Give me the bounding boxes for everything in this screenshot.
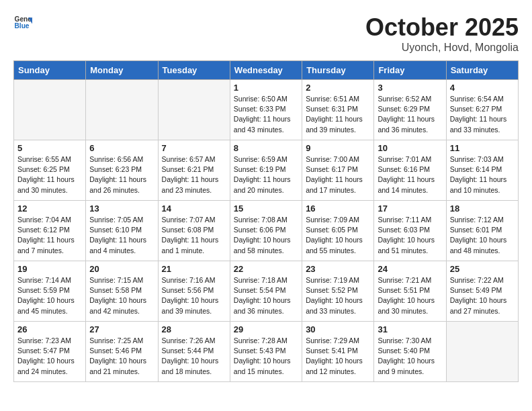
day-number: 5 [17,143,82,153]
calendar-cell: 23Sunrise: 7:19 AM Sunset: 5:52 PM Dayli… [302,261,374,322]
day-info: Sunrise: 7:26 AM Sunset: 5:44 PM Dayligh… [162,336,226,377]
weekday-header: Saturday [446,61,518,80]
calendar-cell: 4Sunrise: 6:54 AM Sunset: 6:27 PM Daylig… [446,80,518,140]
calendar-cell: 1Sunrise: 6:50 AM Sunset: 6:33 PM Daylig… [230,80,302,140]
day-number: 2 [306,83,370,93]
day-number: 29 [234,324,298,334]
day-info: Sunrise: 6:51 AM Sunset: 6:31 PM Dayligh… [306,94,370,135]
calendar-cell [86,80,158,140]
day-info: Sunrise: 7:11 AM Sunset: 6:03 PM Dayligh… [378,215,442,256]
weekday-header: Wednesday [230,61,302,80]
page-header: General Blue October 2025 Uyonch, Hovd, … [13,13,519,54]
day-number: 20 [89,264,154,274]
day-number: 16 [306,203,370,214]
calendar-cell: 10Sunrise: 7:01 AM Sunset: 6:16 PM Dayli… [374,140,446,201]
calendar-cell: 31Sunrise: 7:30 AM Sunset: 5:40 PM Dayli… [374,322,446,382]
calendar-cell: 29Sunrise: 7:28 AM Sunset: 5:43 PM Dayli… [230,322,302,382]
title-block: October 2025 Uyonch, Hovd, Mongolia [365,13,519,54]
day-info: Sunrise: 7:08 AM Sunset: 6:06 PM Dayligh… [234,215,298,256]
calendar-cell: 19Sunrise: 7:14 AM Sunset: 5:59 PM Dayli… [14,261,86,322]
calendar-cell: 2Sunrise: 6:51 AM Sunset: 6:31 PM Daylig… [302,80,374,140]
day-number: 4 [450,83,515,93]
calendar-week-row: 12Sunrise: 7:04 AM Sunset: 6:12 PM Dayli… [14,201,519,261]
day-number: 9 [306,143,370,153]
calendar-cell: 8Sunrise: 6:59 AM Sunset: 6:19 PM Daylig… [230,140,302,201]
day-info: Sunrise: 7:12 AM Sunset: 6:01 PM Dayligh… [450,215,515,256]
calendar-cell: 7Sunrise: 6:57 AM Sunset: 6:21 PM Daylig… [158,140,230,201]
calendar-cell: 15Sunrise: 7:08 AM Sunset: 6:06 PM Dayli… [230,201,302,261]
day-info: Sunrise: 7:00 AM Sunset: 6:17 PM Dayligh… [306,154,370,195]
day-number: 7 [162,143,226,153]
day-info: Sunrise: 7:21 AM Sunset: 5:51 PM Dayligh… [378,275,442,316]
day-info: Sunrise: 6:57 AM Sunset: 6:21 PM Dayligh… [162,154,226,195]
svg-text:Blue: Blue [15,22,30,30]
day-number: 15 [234,203,298,214]
calendar-table: SundayMondayTuesdayWednesdayThursdayFrid… [13,60,519,382]
day-info: Sunrise: 7:04 AM Sunset: 6:12 PM Dayligh… [17,215,82,256]
calendar-cell: 17Sunrise: 7:11 AM Sunset: 6:03 PM Dayli… [374,201,446,261]
day-number: 17 [378,203,442,214]
weekday-header: Sunday [14,61,86,80]
weekday-header: Monday [86,61,158,80]
calendar-cell: 6Sunrise: 6:56 AM Sunset: 6:23 PM Daylig… [86,140,158,201]
day-number: 10 [378,143,442,153]
location-title: Uyonch, Hovd, Mongolia [365,42,519,54]
weekday-header-row: SundayMondayTuesdayWednesdayThursdayFrid… [14,61,519,80]
calendar-cell: 27Sunrise: 7:25 AM Sunset: 5:46 PM Dayli… [86,322,158,382]
day-number: 26 [17,324,82,334]
day-info: Sunrise: 7:22 AM Sunset: 5:49 PM Dayligh… [450,275,515,316]
calendar-cell: 12Sunrise: 7:04 AM Sunset: 6:12 PM Dayli… [14,201,86,261]
day-info: Sunrise: 7:30 AM Sunset: 5:40 PM Dayligh… [378,336,442,377]
calendar-cell: 26Sunrise: 7:23 AM Sunset: 5:47 PM Dayli… [14,322,86,382]
day-number: 1 [234,83,298,93]
calendar-cell: 25Sunrise: 7:22 AM Sunset: 5:49 PM Dayli… [446,261,518,322]
calendar-cell [446,322,518,382]
calendar-cell: 20Sunrise: 7:15 AM Sunset: 5:58 PM Dayli… [86,261,158,322]
day-number: 22 [234,264,298,274]
day-number: 13 [89,203,154,214]
calendar-cell: 28Sunrise: 7:26 AM Sunset: 5:44 PM Dayli… [158,322,230,382]
calendar-cell: 9Sunrise: 7:00 AM Sunset: 6:17 PM Daylig… [302,140,374,201]
logo-icon: General Blue [13,13,32,32]
day-number: 14 [162,203,226,214]
day-number: 31 [378,324,442,334]
calendar-cell: 18Sunrise: 7:12 AM Sunset: 6:01 PM Dayli… [446,201,518,261]
day-info: Sunrise: 7:01 AM Sunset: 6:16 PM Dayligh… [378,154,442,195]
day-info: Sunrise: 6:56 AM Sunset: 6:23 PM Dayligh… [89,154,154,195]
day-info: Sunrise: 7:29 AM Sunset: 5:41 PM Dayligh… [306,336,370,377]
day-info: Sunrise: 7:16 AM Sunset: 5:56 PM Dayligh… [162,275,226,316]
calendar-week-row: 1Sunrise: 6:50 AM Sunset: 6:33 PM Daylig… [14,80,519,140]
day-info: Sunrise: 7:23 AM Sunset: 5:47 PM Dayligh… [17,336,82,377]
day-number: 6 [89,143,154,153]
calendar-cell: 14Sunrise: 7:07 AM Sunset: 6:08 PM Dayli… [158,201,230,261]
day-number: 8 [234,143,298,153]
day-number: 28 [162,324,226,334]
calendar-cell: 30Sunrise: 7:29 AM Sunset: 5:41 PM Dayli… [302,322,374,382]
day-info: Sunrise: 6:55 AM Sunset: 6:25 PM Dayligh… [17,154,82,195]
day-info: Sunrise: 6:54 AM Sunset: 6:27 PM Dayligh… [450,94,515,135]
calendar-week-row: 5Sunrise: 6:55 AM Sunset: 6:25 PM Daylig… [14,140,519,201]
day-number: 23 [306,264,370,274]
day-info: Sunrise: 7:07 AM Sunset: 6:08 PM Dayligh… [162,215,226,256]
day-info: Sunrise: 7:03 AM Sunset: 6:14 PM Dayligh… [450,154,515,195]
calendar-cell: 22Sunrise: 7:18 AM Sunset: 5:54 PM Dayli… [230,261,302,322]
day-info: Sunrise: 7:28 AM Sunset: 5:43 PM Dayligh… [234,336,298,377]
calendar-cell: 13Sunrise: 7:05 AM Sunset: 6:10 PM Dayli… [86,201,158,261]
calendar-week-row: 19Sunrise: 7:14 AM Sunset: 5:59 PM Dayli… [14,261,519,322]
calendar-cell: 5Sunrise: 6:55 AM Sunset: 6:25 PM Daylig… [14,140,86,201]
weekday-header: Thursday [302,61,374,80]
day-info: Sunrise: 7:05 AM Sunset: 6:10 PM Dayligh… [89,215,154,256]
day-info: Sunrise: 7:15 AM Sunset: 5:58 PM Dayligh… [89,275,154,316]
day-number: 12 [17,203,82,214]
day-info: Sunrise: 7:25 AM Sunset: 5:46 PM Dayligh… [89,336,154,377]
weekday-header: Friday [374,61,446,80]
day-number: 21 [162,264,226,274]
calendar-cell [14,80,86,140]
day-info: Sunrise: 6:50 AM Sunset: 6:33 PM Dayligh… [234,94,298,135]
day-info: Sunrise: 6:59 AM Sunset: 6:19 PM Dayligh… [234,154,298,195]
day-number: 11 [450,143,515,153]
day-info: Sunrise: 7:19 AM Sunset: 5:52 PM Dayligh… [306,275,370,316]
day-number: 24 [378,264,442,274]
day-number: 18 [450,203,515,214]
calendar-week-row: 26Sunrise: 7:23 AM Sunset: 5:47 PM Dayli… [14,322,519,382]
